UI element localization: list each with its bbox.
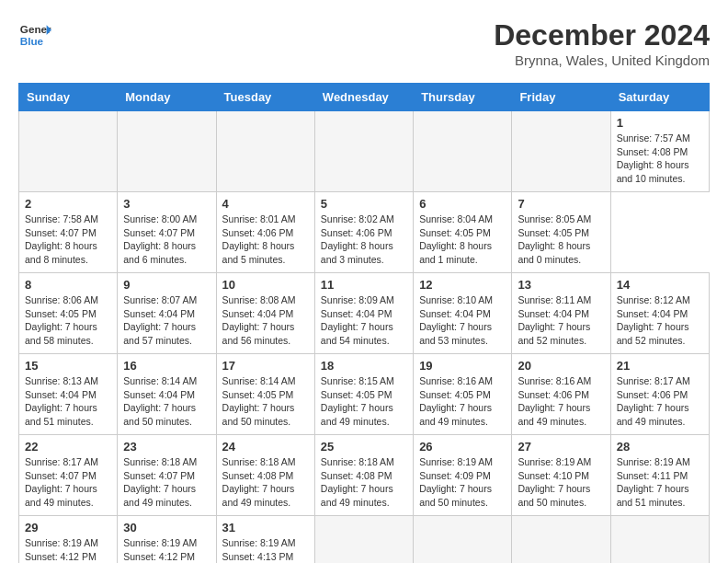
day-number: 14 — [617, 278, 703, 292]
day-detail: Sunrise: 8:06 AMSunset: 4:05 PMDaylight:… — [25, 293, 111, 348]
week-row: 8Sunrise: 8:06 AMSunset: 4:05 PMDaylight… — [19, 273, 710, 354]
day-detail: Sunrise: 8:17 AMSunset: 4:06 PMDaylight:… — [617, 374, 703, 429]
day-detail: Sunrise: 8:14 AMSunset: 4:05 PMDaylight:… — [222, 374, 309, 429]
calendar-cell: 14Sunrise: 8:12 AMSunset: 4:04 PMDayligh… — [610, 273, 709, 354]
day-detail: Sunrise: 8:18 AMSunset: 4:07 PMDaylight:… — [123, 455, 210, 510]
day-number: 2 — [25, 197, 111, 211]
day-detail: Sunrise: 8:09 AMSunset: 4:04 PMDaylight:… — [321, 293, 407, 348]
day-detail: Sunrise: 8:15 AMSunset: 4:05 PMDaylight:… — [321, 374, 407, 429]
day-number: 10 — [222, 278, 309, 292]
day-detail: Sunrise: 8:19 AMSunset: 4:13 PMDaylight:… — [222, 536, 309, 563]
page-header: General Blue December 2024 Brynna, Wales… — [18, 18, 710, 68]
calendar-cell: 11Sunrise: 8:09 AMSunset: 4:04 PMDayligh… — [314, 273, 413, 354]
day-number: 20 — [518, 359, 604, 373]
col-saturday: Saturday — [610, 84, 709, 111]
calendar-cell: 16Sunrise: 8:14 AMSunset: 4:04 PMDayligh… — [118, 354, 216, 435]
calendar-cell: 22Sunrise: 8:17 AMSunset: 4:07 PMDayligh… — [19, 435, 118, 516]
day-detail: Sunrise: 8:08 AMSunset: 4:04 PMDaylight:… — [222, 293, 309, 348]
day-number: 4 — [222, 197, 309, 211]
calendar-cell: 10Sunrise: 8:08 AMSunset: 4:04 PMDayligh… — [216, 273, 314, 354]
calendar-cell: 12Sunrise: 8:10 AMSunset: 4:04 PMDayligh… — [414, 273, 512, 354]
col-friday: Friday — [512, 84, 610, 111]
day-number: 25 — [321, 440, 407, 454]
calendar-cell: 13Sunrise: 8:11 AMSunset: 4:04 PMDayligh… — [512, 273, 610, 354]
day-detail: Sunrise: 8:10 AMSunset: 4:04 PMDaylight:… — [419, 293, 506, 348]
calendar-cell — [414, 516, 512, 564]
day-detail: Sunrise: 8:13 AMSunset: 4:04 PMDaylight:… — [25, 374, 111, 429]
day-detail: Sunrise: 8:04 AMSunset: 4:05 PMDaylight:… — [419, 213, 506, 267]
calendar-cell: 25Sunrise: 8:18 AMSunset: 4:08 PMDayligh… — [314, 435, 413, 516]
calendar-cell: 27Sunrise: 8:19 AMSunset: 4:10 PMDayligh… — [512, 435, 610, 516]
day-detail: Sunrise: 8:05 AMSunset: 4:05 PMDaylight:… — [518, 213, 604, 267]
day-number: 17 — [222, 359, 309, 373]
day-number: 18 — [321, 359, 407, 373]
day-detail: Sunrise: 8:18 AMSunset: 4:08 PMDaylight:… — [222, 455, 309, 510]
calendar-cell — [118, 111, 216, 192]
day-number: 29 — [25, 521, 111, 534]
calendar-cell: 2Sunrise: 7:58 AMSunset: 4:07 PMDaylight… — [19, 192, 118, 273]
calendar-cell — [314, 111, 413, 192]
day-number: 23 — [123, 440, 210, 454]
day-detail: Sunrise: 8:19 AMSunset: 4:12 PMDaylight:… — [25, 536, 111, 563]
logo-icon: General Blue — [18, 18, 51, 52]
week-row: 2Sunrise: 7:58 AMSunset: 4:07 PMDaylight… — [19, 192, 710, 273]
day-detail: Sunrise: 8:19 AMSunset: 4:11 PMDaylight:… — [617, 455, 703, 510]
day-number: 11 — [321, 278, 407, 292]
day-detail: Sunrise: 8:07 AMSunset: 4:04 PMDaylight:… — [123, 293, 210, 348]
header-row: Sunday Monday Tuesday Wednesday Thursday… — [19, 84, 710, 111]
calendar-cell: 3Sunrise: 8:00 AMSunset: 4:07 PMDaylight… — [118, 192, 216, 273]
calendar-cell: 7Sunrise: 8:05 AMSunset: 4:05 PMDaylight… — [512, 192, 610, 273]
day-detail: Sunrise: 8:19 AMSunset: 4:10 PMDaylight:… — [518, 455, 604, 510]
calendar-cell — [512, 111, 610, 192]
day-number: 8 — [25, 278, 111, 292]
calendar-cell: 20Sunrise: 8:16 AMSunset: 4:06 PMDayligh… — [512, 354, 610, 435]
calendar-cell: 31Sunrise: 8:19 AMSunset: 4:13 PMDayligh… — [216, 516, 314, 564]
day-number: 9 — [123, 278, 210, 292]
day-detail: Sunrise: 7:58 AMSunset: 4:07 PMDaylight:… — [25, 213, 111, 267]
day-detail: Sunrise: 7:57 AMSunset: 4:08 PMDaylight:… — [617, 132, 703, 186]
calendar-title: December 2024 — [494, 18, 710, 52]
week-row: 29Sunrise: 8:19 AMSunset: 4:12 PMDayligh… — [19, 516, 710, 564]
calendar-cell: 26Sunrise: 8:19 AMSunset: 4:09 PMDayligh… — [414, 435, 512, 516]
calendar-cell: 30Sunrise: 8:19 AMSunset: 4:12 PMDayligh… — [118, 516, 216, 564]
calendar-cell: 4Sunrise: 8:01 AMSunset: 4:06 PMDaylight… — [216, 192, 314, 273]
day-detail: Sunrise: 8:19 AMSunset: 4:12 PMDaylight:… — [123, 536, 210, 563]
calendar-cell: 6Sunrise: 8:04 AMSunset: 4:05 PMDaylight… — [414, 192, 512, 273]
day-number: 31 — [222, 521, 309, 534]
calendar-subtitle: Brynna, Wales, United Kingdom — [494, 52, 710, 68]
day-detail: Sunrise: 8:02 AMSunset: 4:06 PMDaylight:… — [321, 213, 407, 267]
week-row: 22Sunrise: 8:17 AMSunset: 4:07 PMDayligh… — [19, 435, 710, 516]
day-number: 19 — [419, 359, 506, 373]
day-number: 16 — [123, 359, 210, 373]
col-sunday: Sunday — [19, 84, 118, 111]
calendar-cell: 24Sunrise: 8:18 AMSunset: 4:08 PMDayligh… — [216, 435, 314, 516]
day-number: 3 — [123, 197, 210, 211]
day-detail: Sunrise: 8:14 AMSunset: 4:04 PMDaylight:… — [123, 374, 210, 429]
calendar-cell: 29Sunrise: 8:19 AMSunset: 4:12 PMDayligh… — [19, 516, 118, 564]
calendar-cell: 15Sunrise: 8:13 AMSunset: 4:04 PMDayligh… — [19, 354, 118, 435]
calendar-cell: 1Sunrise: 7:57 AMSunset: 4:08 PMDaylight… — [610, 111, 709, 192]
calendar-cell — [610, 516, 709, 564]
calendar-cell: 5Sunrise: 8:02 AMSunset: 4:06 PMDaylight… — [314, 192, 413, 273]
svg-text:Blue: Blue — [20, 35, 44, 47]
day-number: 7 — [518, 197, 604, 211]
calendar-cell: 18Sunrise: 8:15 AMSunset: 4:05 PMDayligh… — [314, 354, 413, 435]
calendar-cell: 23Sunrise: 8:18 AMSunset: 4:07 PMDayligh… — [118, 435, 216, 516]
week-row: 15Sunrise: 8:13 AMSunset: 4:04 PMDayligh… — [19, 354, 710, 435]
calendar-cell: 21Sunrise: 8:17 AMSunset: 4:06 PMDayligh… — [610, 354, 709, 435]
day-number: 27 — [518, 440, 604, 454]
day-number: 5 — [321, 197, 407, 211]
calendar-cell — [414, 111, 512, 192]
calendar-cell — [512, 516, 610, 564]
day-detail: Sunrise: 8:01 AMSunset: 4:06 PMDaylight:… — [222, 213, 309, 267]
col-monday: Monday — [118, 84, 216, 111]
col-thursday: Thursday — [414, 84, 512, 111]
calendar-table: Sunday Monday Tuesday Wednesday Thursday… — [18, 83, 710, 563]
day-number: 24 — [222, 440, 309, 454]
day-number: 22 — [25, 440, 111, 454]
calendar-cell: 17Sunrise: 8:14 AMSunset: 4:05 PMDayligh… — [216, 354, 314, 435]
col-tuesday: Tuesday — [216, 84, 314, 111]
calendar-cell — [216, 111, 314, 192]
day-detail: Sunrise: 8:12 AMSunset: 4:04 PMDaylight:… — [617, 293, 703, 348]
title-block: December 2024 Brynna, Wales, United King… — [494, 18, 710, 68]
